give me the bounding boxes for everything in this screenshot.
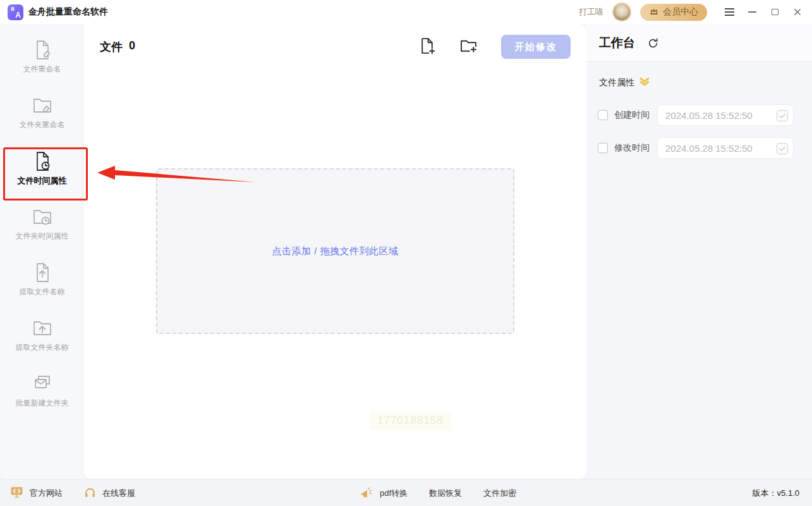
batch-new-folder-icon bbox=[32, 373, 53, 395]
create-time-value: 2024.05.28 15:52:50 bbox=[665, 110, 753, 121]
username-label: 打工喵 bbox=[579, 6, 603, 18]
file-list-header: 文件0 开始修改 bbox=[84, 24, 586, 85]
extract-folder-name-icon bbox=[32, 318, 53, 339]
dropzone-hint: 点击添加 / 拖拽文件到此区域 bbox=[272, 245, 398, 257]
file-count-value: 0 bbox=[129, 39, 135, 54]
title-bar: aA 金舟批量重命名软件 打工喵 会员中心 bbox=[0, 0, 812, 24]
modify-time-input[interactable]: 2024.05.28 15:52:50 bbox=[657, 137, 794, 159]
sidebar-item-batch-new-folder[interactable]: 批量新建文件夹 bbox=[0, 373, 84, 415]
file-attributes-section: 文件属性 bbox=[599, 77, 650, 89]
extract-file-name-icon bbox=[32, 262, 53, 283]
minimize-button[interactable] bbox=[744, 4, 760, 20]
sidebar-item-extract-file-name[interactable]: 提取文件名称 bbox=[0, 262, 84, 304]
workbench-header: 工作台 bbox=[586, 24, 812, 62]
file-list-panel: 文件0 开始修改 点击添加 / 拖拽文件到此区域 1770188158 bbox=[84, 24, 586, 479]
official-site-link[interactable]: 官方网站 bbox=[30, 488, 63, 499]
sidebar-item-label: 批量新建文件夹 bbox=[16, 398, 69, 409]
add-folder-icon bbox=[460, 47, 477, 56]
footer-right: 版本： v5.1.0 bbox=[753, 479, 799, 506]
data-recovery-link[interactable]: 数据恢复 bbox=[429, 488, 462, 499]
app-identity: aA 金舟批量重命名软件 bbox=[8, 4, 108, 20]
create-time-row: 创建时间 2024.05.28 15:52:50 bbox=[586, 104, 812, 126]
megaphone-icon bbox=[359, 486, 373, 500]
sidebar: 文件重命名 文件夹重命名 文件时间属性 文件夹时间属性 提取文件名称 bbox=[0, 24, 84, 479]
folder-rename-icon bbox=[32, 95, 53, 116]
create-time-confirm-icon[interactable] bbox=[776, 109, 789, 125]
sidebar-item-folder-rename[interactable]: 文件夹重命名 bbox=[0, 95, 84, 137]
file-count-title: 文件0 bbox=[100, 39, 135, 54]
sidebar-item-folder-time[interactable]: 文件夹时间属性 bbox=[0, 206, 84, 248]
crown-icon bbox=[649, 7, 659, 18]
file-dropzone[interactable]: 点击添加 / 拖拽文件到此区域 bbox=[156, 168, 514, 334]
online-service-link[interactable]: 在线客服 bbox=[102, 488, 135, 499]
pdf-convert-link[interactable]: pdf转换 bbox=[380, 488, 408, 499]
create-time-label: 创建时间 bbox=[614, 109, 653, 121]
refresh-icon[interactable] bbox=[648, 38, 658, 51]
titlebar-right: 打工喵 会员中心 bbox=[579, 3, 806, 22]
app-title: 金舟批量重命名软件 bbox=[28, 6, 108, 18]
user-avatar[interactable] bbox=[612, 3, 631, 22]
version-label: 版本： bbox=[753, 488, 777, 499]
file-encrypt-link[interactable]: 文件加密 bbox=[483, 488, 516, 499]
header-actions: 开始修改 bbox=[419, 35, 571, 59]
workbench-title: 工作台 bbox=[599, 35, 635, 51]
file-time-icon bbox=[32, 151, 53, 172]
footer-left: 官方网站 在线客服 bbox=[10, 479, 135, 506]
sidebar-item-label: 文件夹重命名 bbox=[20, 120, 65, 130]
menu-icon[interactable] bbox=[721, 4, 737, 20]
file-count-label: 文件 bbox=[100, 39, 123, 54]
window-controls bbox=[721, 4, 806, 20]
start-modify-button[interactable]: 开始修改 bbox=[501, 35, 571, 59]
create-time-checkbox[interactable] bbox=[598, 110, 608, 120]
footer-center: pdf转换 数据恢复 文件加密 bbox=[359, 479, 516, 506]
watermark: 1770188158 bbox=[370, 411, 451, 430]
folder-time-icon bbox=[32, 206, 53, 228]
member-center-label: 会员中心 bbox=[663, 6, 698, 18]
content-area: 文件重命名 文件夹重命名 文件时间属性 文件夹时间属性 提取文件名称 bbox=[0, 24, 812, 479]
add-file-icon bbox=[419, 47, 436, 56]
version-value: v5.1.0 bbox=[777, 488, 799, 498]
add-folder-button[interactable] bbox=[460, 37, 477, 56]
close-button[interactable] bbox=[789, 4, 806, 20]
sidebar-item-label: 文件时间属性 bbox=[18, 175, 67, 187]
member-center-button[interactable]: 会员中心 bbox=[640, 4, 707, 21]
online-service-icon bbox=[84, 486, 96, 500]
sidebar-item-label: 文件夹时间属性 bbox=[16, 231, 69, 242]
sidebar-item-label: 提取文件名称 bbox=[20, 287, 65, 297]
file-rename-icon bbox=[32, 39, 53, 61]
modify-time-checkbox[interactable] bbox=[598, 143, 608, 153]
footer-bar: 官方网站 在线客服 pdf转换 数据恢复 文件加密 版本： v5.1.0 bbox=[0, 479, 812, 506]
create-time-input[interactable]: 2024.05.28 15:52:50 bbox=[657, 104, 794, 126]
workbench-panel: 工作台 文件属性 创建时间 2024.05.28 15:52:50 修改时间 bbox=[586, 24, 812, 479]
sidebar-item-file-time[interactable]: 文件时间属性 bbox=[0, 151, 84, 192]
sidebar-item-extract-folder-name[interactable]: 提取文件夹名称 bbox=[0, 318, 84, 359]
sidebar-item-label: 文件重命名 bbox=[23, 64, 61, 75]
modify-time-confirm-icon[interactable] bbox=[776, 142, 789, 157]
app-logo-icon: aA bbox=[8, 4, 23, 20]
modify-time-value: 2024.05.28 15:52:50 bbox=[665, 143, 753, 154]
file-attributes-label: 文件属性 bbox=[599, 77, 634, 89]
add-file-button[interactable] bbox=[419, 37, 436, 56]
modify-time-label: 修改时间 bbox=[614, 142, 653, 154]
sidebar-item-file-rename[interactable]: 文件重命名 bbox=[0, 39, 84, 81]
sidebar-item-label: 提取文件夹名称 bbox=[16, 342, 69, 353]
modify-time-row: 修改时间 2024.05.28 15:52:50 bbox=[586, 137, 812, 159]
vip-badge-icon bbox=[639, 77, 650, 89]
official-site-icon bbox=[10, 486, 23, 500]
maximize-button[interactable] bbox=[767, 4, 783, 20]
